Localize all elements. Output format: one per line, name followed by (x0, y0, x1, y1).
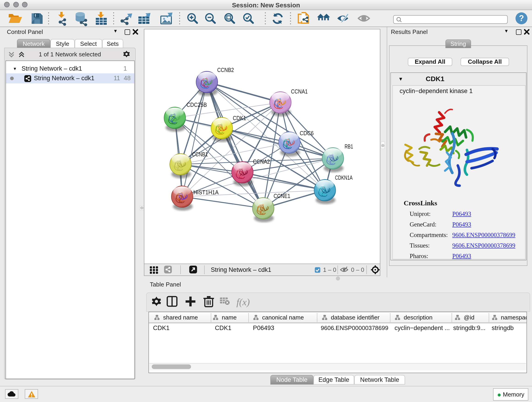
svg-text:name: name (222, 314, 237, 321)
svg-text:@id: @id (464, 314, 475, 321)
svg-text:CCNB1: CCNB1 (192, 151, 208, 158)
svg-text:database identifier: database identifier (331, 314, 380, 321)
svg-text:RB1: RB1 (345, 143, 353, 150)
svg-text:namespace: namespace (501, 314, 526, 321)
svg-text:?: ? (519, 13, 524, 23)
svg-text:f(x): f(x) (236, 297, 250, 307)
svg-text:CDC6: CDC6 (300, 130, 314, 137)
svg-text:CCNE1: CCNE1 (273, 192, 290, 199)
svg-text:0 – 0: 0 – 0 (351, 266, 364, 273)
svg-text:CDK1: CDK1 (233, 115, 246, 121)
svg-text:CDKN1A: CDKN1A (335, 174, 353, 181)
svg-text:HIST1H1A: HIST1H1A (193, 189, 219, 196)
svg-text:CCNA1: CCNA1 (291, 88, 308, 95)
svg-text:CDC25B: CDC25B (186, 101, 207, 108)
svg-text:description: description (404, 314, 433, 321)
svg-text:String Network – cdk1: String Network – cdk1 (211, 266, 271, 273)
svg-text:CCNA2: CCNA2 (253, 158, 270, 165)
svg-text:canonical name: canonical name (262, 314, 304, 321)
svg-text:shared name: shared name (163, 314, 198, 321)
svg-text:CCNB2: CCNB2 (217, 66, 234, 73)
svg-text:1 – 0: 1 – 0 (323, 266, 336, 273)
